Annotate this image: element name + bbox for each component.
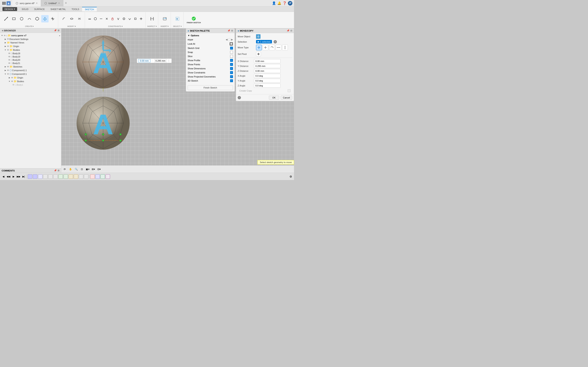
palette-pin-icon[interactable]: 📌 <box>227 29 230 32</box>
eye-body21[interactable]: 👁 <box>8 62 10 64</box>
zoom-icon[interactable]: 🔍 <box>73 167 79 172</box>
viewport[interactable]: A 0.00 mm ⋮ 0.295 mm ⋮ <box>61 28 294 173</box>
x-angle-input[interactable] <box>254 74 281 78</box>
eye-bodies[interactable]: 👁 <box>7 49 9 51</box>
tree-item-body21[interactable]: 👁 □ Body21 <box>0 62 61 65</box>
3d-sketch-checkbox[interactable]: ✓ <box>230 79 233 82</box>
constraint-2[interactable] <box>93 16 98 21</box>
body-icon-11[interactable] <box>79 174 83 179</box>
line-tool[interactable] <box>2 15 10 22</box>
constraints-label[interactable]: CONSTRAINTS▾ <box>108 25 123 28</box>
bottom-prev-icon[interactable]: ◀◀ <box>6 174 11 179</box>
body-icon-7[interactable] <box>58 174 63 179</box>
tab-surface[interactable]: SURFACE <box>31 7 48 11</box>
body-icon-4[interactable] <box>43 174 48 179</box>
snap-checkbox[interactable] <box>230 51 233 54</box>
account-icon[interactable]: 👤 <box>272 1 276 5</box>
etype-left-arrow[interactable]: ◀ <box>226 38 227 41</box>
tree-item-origin-comp3[interactable]: ▶ 👁 📁 Origin <box>0 76 61 80</box>
body-icon-9[interactable] <box>69 174 73 179</box>
special-icon-4[interactable] <box>105 174 110 179</box>
z-angle-input[interactable] <box>254 83 281 88</box>
dim1-value[interactable]: 0.00 mm <box>138 59 150 62</box>
eye-root[interactable]: 👁 <box>4 34 6 37</box>
inspect-label[interactable]: INSPECT▾ <box>147 25 156 28</box>
body-icon-6[interactable] <box>53 174 58 179</box>
tree-item-body1[interactable]: 👁 □ Body1 <box>0 83 61 86</box>
offset-tool[interactable] <box>68 15 75 22</box>
comments-expand-icon[interactable]: ⊞ <box>58 169 60 172</box>
constraint-9[interactable] <box>138 16 144 21</box>
notification-icon[interactable]: 🔔 <box>277 1 281 5</box>
settings-gear-icon[interactable]: ⚙ <box>288 174 293 179</box>
new-tab-btn[interactable]: + <box>63 1 69 5</box>
tab2-close[interactable]: ✕ <box>58 2 60 4</box>
special-icon-2[interactable] <box>95 174 100 179</box>
constraint-1[interactable] <box>87 16 92 21</box>
tree-item-body18[interactable]: 👁 □ Body18 <box>0 52 61 55</box>
eye-comp1[interactable]: 👁 <box>7 69 9 72</box>
tree-item-sketches[interactable]: ▶ 👁 📁 Sketches <box>0 65 61 68</box>
tab-tools[interactable]: TOOLS <box>69 7 82 11</box>
body-icon-3[interactable] <box>38 174 43 179</box>
eye-origin-comp3[interactable]: 👁 <box>11 76 13 79</box>
show-profile-checkbox[interactable]: ✓ <box>230 59 233 62</box>
mirror-tool[interactable] <box>76 15 83 22</box>
palette-expand-icon[interactable]: ⊟ <box>231 29 233 32</box>
slice-checkbox[interactable] <box>230 55 233 58</box>
tree-item-comp3[interactable]: ▼ 👁 ⬡ Component3:1 <box>0 72 61 76</box>
move-copy-pin-icon[interactable]: 📌 <box>287 29 290 32</box>
inspect-measure[interactable] <box>148 15 156 22</box>
eye-bodies-comp3[interactable]: 👁 <box>11 80 13 83</box>
constraint-6[interactable] <box>121 16 127 21</box>
move-tool[interactable] <box>41 15 49 22</box>
fillet-tool[interactable] <box>60 15 68 22</box>
select-tool[interactable] <box>174 15 181 22</box>
body-icon-10[interactable] <box>74 174 78 179</box>
body-icon-1[interactable] <box>28 174 32 179</box>
eye-origin[interactable]: 👁 <box>7 45 9 48</box>
view-display[interactable]: ⊟▾ <box>96 167 102 172</box>
orbit-icon[interactable]: ⟳ <box>62 167 67 172</box>
constraint-3[interactable] <box>98 16 104 21</box>
body-icon-8[interactable] <box>63 174 68 179</box>
move-copy-expand-icon[interactable]: ⊟ <box>290 29 292 32</box>
y-angle-input[interactable] <box>254 79 281 83</box>
special-icon-3[interactable] <box>100 174 105 179</box>
tree-item-comp1[interactable]: ▶ 👁 ⬡ Component1:1 <box>0 68 61 72</box>
eye-body19[interactable]: 👁 <box>8 55 10 58</box>
info-icon[interactable]: i <box>238 96 241 99</box>
move-type-free[interactable] <box>256 45 262 50</box>
options-header[interactable]: ▼ Options <box>188 34 233 37</box>
move-object-icon[interactable] <box>256 34 260 39</box>
eye-sketches[interactable]: 👁 <box>7 66 9 68</box>
create-label[interactable]: CREATE▾ <box>25 25 34 28</box>
bottom-end-icon[interactable]: ▶| <box>21 174 26 179</box>
body-icon-5[interactable] <box>48 174 53 179</box>
constraint-lock[interactable] <box>110 16 115 21</box>
pan-icon[interactable]: ✋ <box>68 167 73 172</box>
tree-item-body19[interactable]: 👁 □ Body19 <box>0 55 61 58</box>
tab-sheet-metal[interactable]: SHEET METAL <box>48 7 69 11</box>
look-at-icon[interactable]: 🔲 <box>229 42 233 45</box>
eye-body18[interactable]: 👁 <box>8 52 10 55</box>
eye-comp3[interactable]: 👁 <box>7 73 9 75</box>
show-points-checkbox[interactable]: ✓ <box>230 63 233 66</box>
comments-pin-icon[interactable]: 📌 <box>54 169 57 172</box>
fit-icon[interactable]: ⊡ <box>79 167 85 172</box>
move-type-y[interactable] <box>282 45 288 50</box>
select-label[interactable]: SELECT▾ <box>173 25 182 28</box>
x-distance-input[interactable] <box>254 59 281 63</box>
eye-body20[interactable]: 👁 <box>8 59 10 61</box>
tab-untitled[interactable]: Untitled* ✕ <box>41 0 63 7</box>
insert-image[interactable] <box>161 15 168 22</box>
body-icon-12[interactable] <box>84 174 88 179</box>
circle-tool[interactable] <box>18 15 25 22</box>
fusion-icon[interactable] <box>7 1 11 5</box>
tree-item-bodies-comp3[interactable]: ▼ 👁 📁 Bodies <box>0 80 61 83</box>
constraint-5[interactable] <box>116 16 121 21</box>
move-type-rotate[interactable] <box>269 45 275 50</box>
finish-sketch-palette-btn[interactable]: Finish Sketch <box>188 85 233 90</box>
show-constraints-checkbox[interactable]: ✓ <box>230 71 233 74</box>
tree-item-origin[interactable]: ▶ 👁 📁 Origin <box>0 44 61 48</box>
